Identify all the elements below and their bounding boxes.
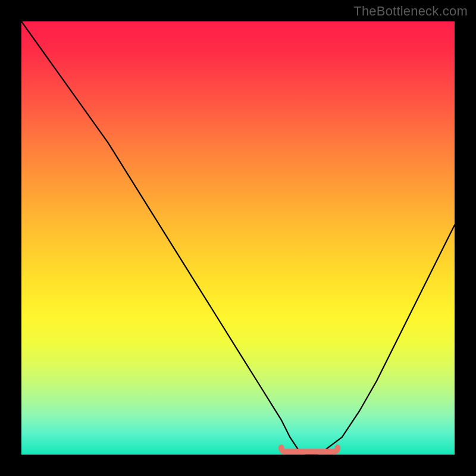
watermark-text: TheBottleneck.com [353, 4, 468, 19]
curve-svg [21, 21, 455, 455]
plot-area [21, 21, 455, 455]
chart-frame: TheBottleneck.com [0, 0, 476, 476]
bottleneck-curve [21, 21, 455, 455]
minimum-band-marker [281, 447, 338, 452]
